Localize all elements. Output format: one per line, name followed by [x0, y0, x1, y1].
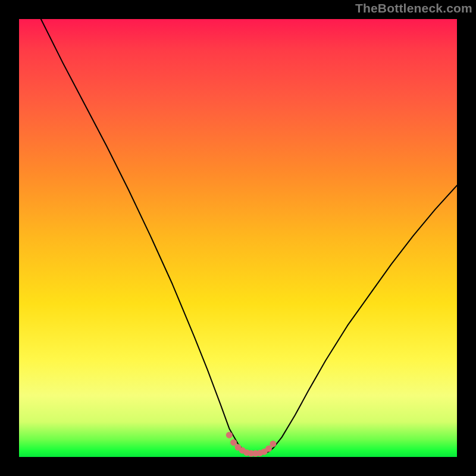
marker-dot [230, 439, 237, 446]
marker-dot [270, 440, 276, 447]
plot-area [19, 19, 457, 457]
chart-frame: TheBottleneck.com [0, 0, 476, 476]
marker-dot [265, 446, 272, 452]
watermark-label: TheBottleneck.com [355, 1, 472, 15]
chart-svg [19, 19, 457, 457]
marker-dot [226, 432, 233, 439]
curve-path [41, 19, 457, 454]
